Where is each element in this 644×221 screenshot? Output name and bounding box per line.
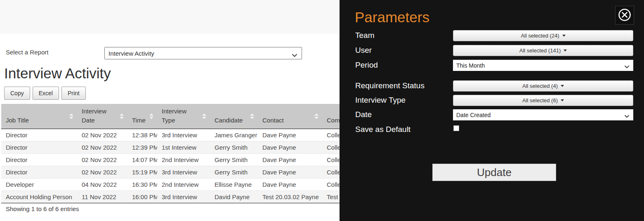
sort-arrows-icon[interactable] (202, 113, 206, 119)
column-header-time[interactable]: Time (127, 104, 157, 129)
param-label-date: Date (355, 109, 372, 119)
table-summary: Showing 1 to 6 of 6 entries (6, 205, 79, 212)
cell-job-title: Director (1, 166, 77, 178)
cell-interview-date: 11 Nov 2022 (77, 190, 127, 203)
cell-interview-type: 3rd Interview (157, 129, 210, 141)
report-picker-label: Select a Report (6, 49, 48, 56)
cell-time: 14:07 PM (127, 153, 157, 166)
user-multiselect-value: All selected (141) (519, 47, 561, 54)
period-select[interactable]: This Month (453, 60, 633, 71)
sort-arrows-icon[interactable] (120, 113, 124, 119)
cell-candidate: James Granger (210, 129, 258, 141)
cell-job-title: Account Holding Person (1, 190, 77, 203)
cell-interview-date: 02 Nov 2022 (77, 166, 127, 178)
interview-type-multiselect[interactable]: All selected (6) (453, 95, 633, 106)
cell-interview-date: 02 Nov 2022 (77, 141, 127, 153)
sort-arrows-icon[interactable] (149, 113, 153, 119)
cell-interview-type: 2nd Interview (157, 178, 210, 190)
cell-contact: Dave Payne (258, 153, 322, 166)
cell-job-title: Director (1, 153, 77, 166)
period-select-value: This Month (456, 62, 485, 69)
interview-type-multiselect-value: All selected (6) (522, 97, 558, 103)
param-label-interview-type: Interview Type (355, 95, 406, 105)
circle-x-icon (617, 7, 632, 24)
report-picker-select[interactable]: Interview Activity (104, 47, 302, 59)
cell-contact: Dave Payne (258, 141, 322, 153)
print-button[interactable]: Print (61, 87, 86, 100)
param-label-team: Team (355, 30, 374, 40)
param-label-requirement-status: Requirement Status (355, 80, 425, 90)
team-multiselect[interactable]: All selected (24) (453, 30, 633, 41)
cell-time: 12:39 PM (127, 141, 157, 153)
app-window: Select a Report Interview Activity Inter… (0, 0, 644, 221)
cell-time: 16:00 PM (127, 190, 157, 203)
cell-time: 16:30 PM (127, 178, 157, 190)
caret-down-icon (561, 99, 564, 101)
param-label-save-as-default: Save as Default (355, 124, 410, 134)
save-as-default-checkbox[interactable] (453, 125, 459, 131)
cell-candidate: David Payne (210, 190, 258, 203)
date-select[interactable]: Date Created (453, 109, 633, 120)
column-header-contact[interactable]: Contact (258, 104, 322, 129)
param-label-period: Period (355, 60, 378, 70)
user-multiselect[interactable]: All selected (141) (453, 45, 633, 56)
panel-title: Parameters (355, 9, 429, 26)
cell-job-title: Director (1, 129, 77, 141)
cell-job-title: Director (1, 141, 77, 153)
cell-contact: Dave Payne (258, 166, 322, 178)
update-button[interactable]: Update (432, 164, 556, 181)
sort-arrows-icon[interactable] (250, 113, 254, 119)
cell-candidate: Gerry Smith (210, 153, 258, 166)
report-picker-value: Interview Activity (109, 50, 154, 57)
chevron-down-icon (624, 113, 630, 120)
cell-contact: Test 20.03.02 Payne (258, 190, 322, 203)
cell-interview-date: 02 Nov 2022 (77, 129, 127, 141)
requirement-status-multiselect[interactable]: All selected (4) (453, 80, 633, 92)
column-header-interview-type[interactable]: Interview Type (157, 104, 210, 129)
caret-down-icon (564, 49, 567, 52)
param-label-user: User (355, 45, 372, 55)
caret-down-icon (562, 35, 566, 37)
cell-candidate: Gerry Smith (210, 166, 258, 178)
cell-time: 12:38 PM (127, 129, 157, 141)
chevron-down-icon (292, 52, 297, 59)
cell-interview-type: 1st Interview (157, 141, 210, 153)
table-toolbar: Copy Excel Print (4, 87, 86, 100)
cell-job-title: Developer (1, 178, 77, 190)
close-button[interactable] (615, 6, 634, 25)
cell-interview-date: 02 Nov 2022 (77, 153, 127, 166)
chevron-down-icon (624, 63, 630, 70)
cell-contact: Dave Payne (258, 129, 322, 141)
copy-button[interactable]: Copy (4, 87, 30, 100)
cell-contact: Dave Payne (258, 178, 322, 190)
sort-arrows-icon[interactable] (69, 113, 73, 119)
date-select-value: Date Created (456, 112, 491, 118)
excel-button[interactable]: Excel (33, 87, 59, 100)
column-header-interview-date[interactable]: Interview Date (77, 104, 127, 129)
cell-candidate: Gerry Smith (210, 141, 258, 153)
parameters-panel: Parameters Team All selected (24) User (340, 0, 644, 221)
column-header-candidate[interactable]: Candidate (210, 104, 258, 129)
page-title: Interview Activity (4, 65, 111, 82)
sort-arrows-icon[interactable] (314, 113, 318, 119)
cell-candidate: Ellisse Payne (210, 178, 258, 190)
cell-interview-type: 2nd Interview (157, 153, 210, 166)
cell-interview-type: 3rd Interview (157, 166, 210, 178)
cell-interview-date: 04 Nov 2022 (77, 178, 127, 190)
cell-interview-type: 3rd Interview (157, 190, 210, 203)
column-header-job-title[interactable]: Job Title (1, 104, 77, 129)
team-multiselect-value: All selected (24) (521, 33, 559, 39)
caret-down-icon (561, 85, 564, 87)
cell-time: 15:19 PM (127, 166, 157, 178)
requirement-status-multiselect-value: All selected (4) (522, 83, 558, 89)
